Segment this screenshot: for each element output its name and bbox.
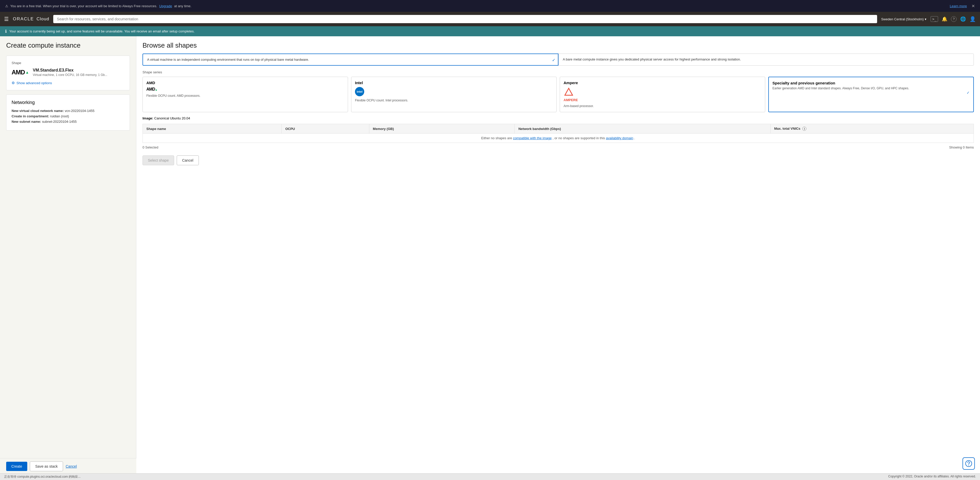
shape-card: Shape AMD▲ VM.Standard.E3.Flex Virtual m… [6,56,130,90]
amd-text: AMD [11,69,25,76]
oracle-text: ORACLE [13,16,34,22]
terminal-icon[interactable]: >_ [931,16,938,22]
user-icon[interactable]: 👤 [969,16,976,22]
chevron-down-icon: ▾ [925,17,926,21]
intel-badge: intel [355,87,364,96]
intel-series-logo: intel [355,87,553,96]
shape-name: VM.Standard.E3.Flex [33,68,108,73]
nav-bar: ☰ ORACLE Cloud Sweden Central (Stockholm… [0,12,980,26]
table-msg3: . [634,136,635,140]
info-icon[interactable]: i [802,127,807,131]
setup-banner: ℹ Your account is currently being set up… [0,26,980,36]
selected-count: 0 Selected [143,145,158,149]
vm-check-icon: ✓ [552,57,555,62]
vm-option-desc: A virtual machine is an independent comp… [147,57,554,62]
subnet-value: subnet-20220104-1455 [42,120,76,124]
vcn-row: New virtual cloud network name: vcn-2022… [11,109,124,113]
table-msg2: , or no shapes are supported in this [552,136,605,140]
svg-point-2 [969,465,969,466]
hamburger-menu[interactable]: ☰ [4,16,9,22]
series-intel[interactable]: Intel intel Flexible OCPU count. Intel p… [351,77,557,112]
image-value: Canonical Ubuntu 20.04 [154,116,190,120]
vcn-value: vcn-20220104-1455 [65,109,95,113]
upgrade-link[interactable]: Upgrade [159,4,172,8]
showing-count: Showing 0 Items [949,145,974,149]
cloud-text: Cloud [37,16,49,22]
availability-link[interactable]: availability domain [606,136,633,140]
show-advanced-link[interactable]: ⚙ Show advanced options [11,81,124,85]
cancel-shape-button[interactable]: Cancel [177,155,199,165]
svg-marker-0 [565,88,573,95]
region-selector[interactable]: Sweden Central (Stockholm) ▾ [881,17,926,21]
series-intel-name: Intel [355,81,553,85]
vcn-label: New virtual cloud network name: [11,109,64,113]
cancel-button[interactable]: Cancel [65,464,77,469]
image-line: Image: Canonical Ubuntu 20.04 [143,116,974,120]
help-icon[interactable]: ? [951,16,956,22]
series-specialty-desc: Earlier generation AMD and Intel standar… [772,86,970,91]
status-bar: 正在等待 compute.plugins.oci.oraclecloud.com… [0,473,980,480]
sliders-icon: ⚙ [11,81,15,85]
nav-icons: >_ 🔔 ? 🌐 👤 [931,16,976,22]
specialty-check-icon: ✓ [967,91,970,95]
compatible-link[interactable]: compatible with the image [513,136,552,140]
ampere-logo-svg [563,87,574,97]
series-amd-name: AMD [146,81,344,85]
vm-option[interactable]: A virtual machine is an independent comp… [143,54,558,65]
series-specialty[interactable]: Specialty and previous generation Earlie… [768,77,974,112]
right-panel: Browse all shapes A virtual machine is a… [136,36,980,480]
series-amd[interactable]: AMD AMD▲ Flexible OCPU count. AMD proces… [143,77,348,112]
subnet-row: New subnet name: subnet-20220104-1455 [11,120,124,124]
shape-desc: Virtual machine, 1 core OCPU, 16 GB memo… [33,73,108,77]
table-footer: 0 Selected Showing 0 Items [143,143,974,152]
col-shape-name: Shape name [143,124,282,134]
ampere-text: AMPERE [563,98,761,102]
subnet-label: New subnet name: [11,120,41,124]
ampere-series-logo: AMPERE [563,87,761,102]
networking-title: Networking [11,100,124,105]
copyright: Copyright © 2022, Oracle and/or its affi… [888,475,976,478]
main-layout: Create compute instance Shape AMD▲ VM.St… [0,36,980,480]
table-msg1: Either no shapes are [481,136,512,140]
shape-actions: Select shape Cancel [143,155,974,165]
top-banner: ⚠ You are in a free trial. When your tri… [0,0,980,12]
series-ampere-name: Ampere [563,81,761,85]
setup-message: Your account is currently being set up, … [9,29,195,33]
col-memory: Memory (GB) [369,124,515,134]
col-network: Network bandwidth (Gbps) [515,124,770,134]
browse-title: Browse all shapes [143,41,974,49]
vm-toggle: A virtual machine is an independent comp… [143,54,974,65]
amd-series-logo: AMD▲ [146,87,344,92]
help-widget-button[interactable] [963,457,975,470]
globe-icon[interactable]: 🌐 [960,16,966,22]
banner-text: You are in a free trial. When your trial… [10,4,157,8]
learn-more-link[interactable]: Learn more [950,4,967,8]
col-vnics-label: Max. total VNICs [774,127,800,131]
bell-icon[interactable]: 🔔 [942,16,947,22]
create-button[interactable]: Create [6,462,27,471]
status-message: 正在等待 compute.plugins.oci.oraclecloud.com… [4,475,81,478]
networking-card: Networking New virtual cloud network nam… [6,94,130,131]
compartment-value: ruidian (root) [50,114,69,118]
table-message: Either no shapes are compatible with the… [143,134,974,143]
bare-metal-option[interactable]: A bare metal compute instance gives you … [558,54,974,65]
save-as-stack-button[interactable]: Save as stack [30,461,63,471]
select-shape-button: Select shape [143,155,174,165]
search-input[interactable] [53,15,877,23]
compartment-label: Create in compartment: [11,114,49,118]
oracle-logo: ORACLE Cloud [13,16,49,22]
banner-close-icon[interactable]: ✕ [972,3,975,8]
shape-label: Shape [11,61,124,65]
banner-right: Learn more ✕ [950,3,975,8]
series-ampere[interactable]: Ampere AMPERE Arm-based processor. [560,77,765,112]
shape-details: VM.Standard.E3.Flex Virtual machine, 1 c… [33,68,108,77]
amd-logo: AMD▲ [11,69,29,76]
series-amd-desc: Flexible OCPU count. AMD processors. [146,94,344,98]
amd-arrow-icon: ▲ [25,70,29,74]
banner-suffix: at any time. [174,4,191,8]
shape-series-grid: AMD AMD▲ Flexible OCPU count. AMD proces… [143,77,974,112]
setup-info-icon: ℹ [5,29,7,34]
series-intel-desc: Flexible OCPU count. Intel processors. [355,98,553,103]
show-advanced-label: Show advanced options [16,81,52,85]
page-title: Create compute instance [6,41,130,49]
